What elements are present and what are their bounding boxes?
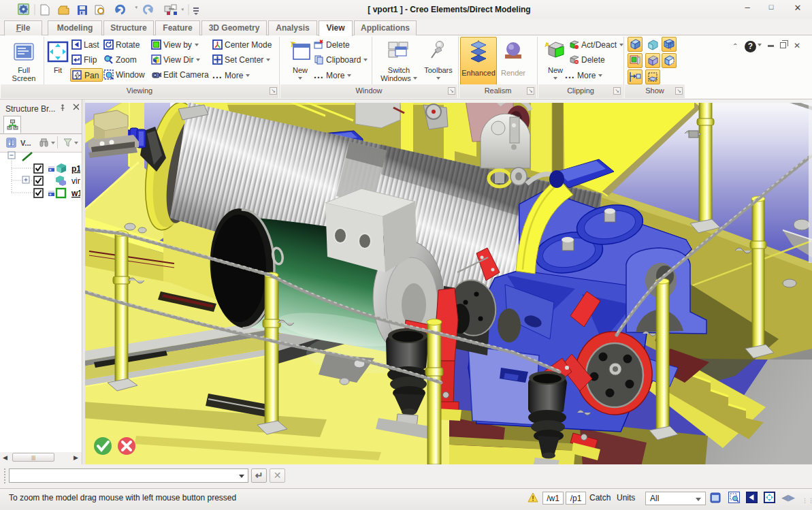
svg-text:vin: vin [71, 176, 80, 186]
svg-text:p1: p1 [71, 164, 80, 174]
svg-text:w1: w1 [71, 189, 80, 198]
